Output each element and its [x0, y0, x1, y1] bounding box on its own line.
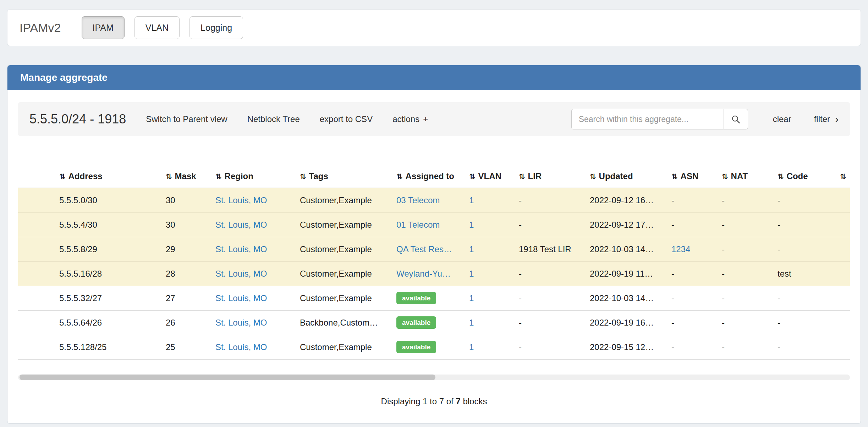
asn-link[interactable]: 1234: [671, 244, 690, 254]
tags-cell: Customer,Example: [296, 286, 392, 310]
vlan-cell: 1: [465, 212, 515, 237]
assigned-cell: 01 Telecom: [392, 212, 465, 237]
sort-icon: ⇅: [215, 172, 222, 181]
column-header-overflow[interactable]: ⇅: [836, 165, 850, 188]
column-header-lir[interactable]: ⇅LIR: [515, 165, 586, 188]
code-cell: test: [773, 261, 836, 286]
region-link[interactable]: St. Louis, MO: [215, 293, 267, 303]
vlan-link[interactable]: 1: [469, 220, 474, 229]
region-cell: St. Louis, MO: [211, 310, 296, 335]
assigned-link[interactable]: 01 Telecom: [396, 220, 440, 229]
nav-tab-logging[interactable]: Logging: [189, 16, 243, 39]
manage-aggregate-panel: Manage aggregate 5.5.5.0/24 - 1918 Switc…: [7, 65, 861, 424]
nav-tab-vlan[interactable]: VLAN: [134, 16, 180, 39]
search-input[interactable]: [571, 109, 724, 129]
column-header-mask[interactable]: ⇅Mask: [161, 165, 211, 188]
column-header-code[interactable]: ⇅Code: [773, 165, 836, 188]
column-label: Code: [787, 171, 808, 181]
column-header-updated[interactable]: ⇅Updated: [586, 165, 667, 188]
available-badge: available: [396, 341, 436, 353]
row-spacer-cell: [18, 335, 55, 359]
table-row: 5.5.5.0/3030St. Louis, MOCustomer,Exampl…: [18, 188, 850, 212]
vlan-cell: 1: [465, 237, 515, 261]
region-link[interactable]: St. Louis, MO: [215, 342, 267, 352]
app-brand: IPAMv2: [20, 21, 61, 35]
updated-cell: 2022-09-15 12…: [586, 335, 667, 359]
table-row: 5.5.5.64/2626St. Louis, MOBackbone,Custo…: [18, 310, 850, 335]
asn-cell: -: [667, 335, 718, 359]
mask-cell: 29: [161, 237, 211, 261]
row-spacer-cell: [18, 237, 55, 261]
tags-cell: Customer,Example: [296, 261, 392, 286]
scrollbar-thumb[interactable]: [20, 375, 435, 380]
mask-cell: 26: [161, 310, 211, 335]
vlan-link[interactable]: 1: [469, 318, 474, 327]
netblock-tree-link[interactable]: Netblock Tree: [247, 114, 300, 124]
assigned-link[interactable]: 03 Telecom: [396, 195, 440, 205]
region-link[interactable]: St. Louis, MO: [215, 318, 267, 327]
column-header-address[interactable]: ⇅Address: [55, 165, 161, 188]
column-header-nat[interactable]: ⇅NAT: [718, 165, 773, 188]
table-row: 5.5.5.4/3030St. Louis, MOCustomer,Exampl…: [18, 212, 850, 237]
switch-parent-view-link[interactable]: Switch to Parent view: [146, 114, 227, 124]
vlan-cell: 1: [465, 188, 515, 212]
overflow-cell: [836, 286, 850, 310]
vlan-link[interactable]: 1: [469, 244, 474, 254]
status-prefix: Displaying 1 to 7 of: [381, 396, 454, 406]
region-link[interactable]: St. Louis, MO: [215, 244, 267, 254]
code-cell: -: [773, 286, 836, 310]
assigned-link[interactable]: QA Test Res…: [396, 244, 452, 254]
asn-cell: -: [667, 310, 718, 335]
nat-cell: -: [718, 310, 773, 335]
vlan-link[interactable]: 1: [469, 195, 474, 205]
region-link[interactable]: St. Louis, MO: [215, 220, 267, 229]
assigned-cell: available: [392, 310, 465, 335]
sort-icon: ⇅: [59, 172, 66, 181]
netblock-table-viewport: ⇅Address⇅Mask⇅Region⇅Tags⇅Assigned to⇅VL…: [18, 165, 850, 360]
nav-tab-ipam[interactable]: IPAM: [82, 16, 125, 39]
column-header-spacer: [18, 165, 55, 188]
table-header-row: ⇅Address⇅Mask⇅Region⇅Tags⇅Assigned to⇅VL…: [18, 165, 850, 188]
export-csv-link[interactable]: export to CSV: [320, 114, 373, 124]
actions-label: actions: [392, 114, 419, 124]
row-spacer-cell: [18, 212, 55, 237]
column-header-vlan[interactable]: ⇅VLAN: [465, 165, 515, 188]
asn-cell: -: [667, 286, 718, 310]
horizontal-scrollbar[interactable]: [18, 375, 850, 380]
assigned-cell: available: [392, 286, 465, 310]
available-badge: available: [396, 292, 436, 304]
column-label: VLAN: [478, 171, 501, 181]
vlan-link[interactable]: 1: [469, 293, 474, 303]
sort-icon: ⇅: [778, 172, 784, 181]
aggregate-title: 5.5.5.0/24 - 1918: [29, 112, 126, 127]
chevron-right-icon: ›: [835, 114, 839, 124]
overflow-cell: [836, 335, 850, 359]
region-link[interactable]: St. Louis, MO: [215, 269, 267, 278]
column-header-assigned-to[interactable]: ⇅Assigned to: [392, 165, 465, 188]
region-cell: St. Louis, MO: [211, 261, 296, 286]
region-link[interactable]: St. Louis, MO: [215, 195, 267, 205]
column-header-tags[interactable]: ⇅Tags: [296, 165, 392, 188]
code-cell: -: [773, 310, 836, 335]
region-cell: St. Louis, MO: [211, 335, 296, 359]
tags-cell: Customer,Example: [296, 237, 392, 261]
vlan-link[interactable]: 1: [469, 269, 474, 278]
region-cell: St. Louis, MO: [211, 237, 296, 261]
search-button[interactable]: [724, 109, 748, 129]
column-header-region[interactable]: ⇅Region: [211, 165, 296, 188]
filter-link[interactable]: filter›: [814, 114, 839, 124]
vlan-link[interactable]: 1: [469, 342, 474, 352]
asn-cell: -: [667, 261, 718, 286]
column-header-asn[interactable]: ⇅ASN: [667, 165, 718, 188]
updated-cell: 2022-09-12 16…: [586, 188, 667, 212]
updated-cell: 2022-09-12 17…: [586, 212, 667, 237]
table-row: 5.5.5.128/2525St. Louis, MOCustomer,Exam…: [18, 335, 850, 359]
assigned-link[interactable]: Weyland-Yu…: [396, 269, 451, 278]
mask-cell: 28: [161, 261, 211, 286]
nat-cell: -: [718, 212, 773, 237]
lir-cell: 1918 Test LIR: [515, 237, 586, 261]
overflow-cell: [836, 310, 850, 335]
actions-menu[interactable]: actions+: [392, 114, 428, 124]
clear-link[interactable]: clear: [773, 114, 791, 124]
overflow-cell: [836, 237, 850, 261]
